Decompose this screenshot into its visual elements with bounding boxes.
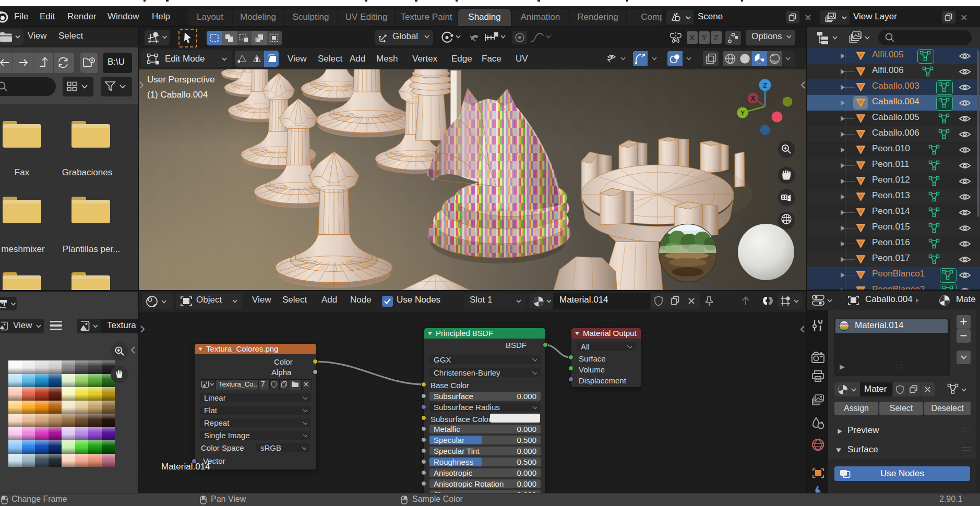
svg-text:X: X [751,94,756,102]
svg-text:Y: Y [740,109,745,117]
svg-text:User Perspective: User Perspective [147,75,214,85]
svg-text:Z: Z [763,81,767,89]
svg-text:Plantillas per...: Plantillas per... [63,244,121,254]
svg-text:(1) Caballo.004: (1) Caballo.004 [147,90,208,100]
svg-text:Grabaciones: Grabaciones [62,167,112,177]
svg-text:Fax: Fax [15,167,30,177]
svg-text:meshmixer: meshmixer [1,244,44,254]
